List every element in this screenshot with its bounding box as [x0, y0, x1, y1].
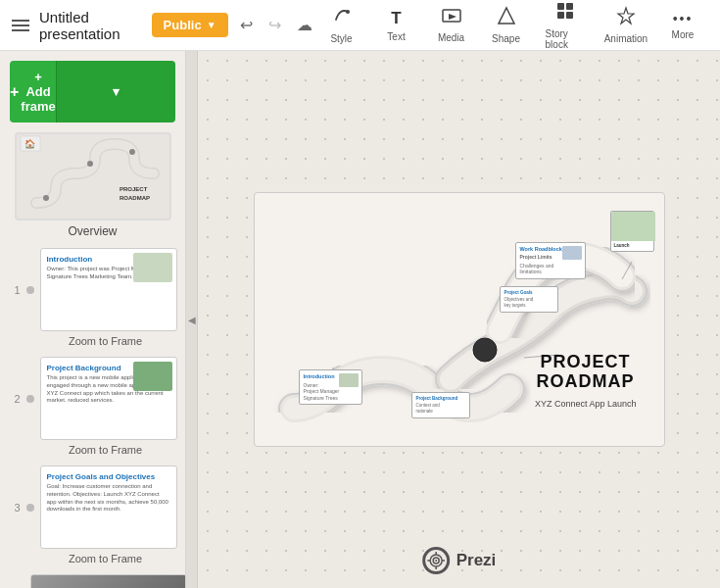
svg-text:ROADMAP: ROADMAP — [120, 195, 150, 201]
storyblock-icon — [555, 1, 575, 25]
svg-point-8 — [43, 195, 49, 201]
slide-thumbnail-1[interactable]: Introduction Owner: This project was Pro… — [40, 248, 177, 331]
media-label: Media — [438, 32, 464, 43]
overview-label: Overview — [68, 224, 117, 238]
slide-body-3: Goal: Increase customer connection and r… — [47, 483, 170, 514]
more-label: More — [672, 29, 695, 40]
svg-point-0 — [346, 10, 350, 14]
slide-dot-3 — [26, 504, 34, 512]
svg-marker-2 — [449, 14, 456, 20]
style-icon — [332, 6, 352, 30]
svg-rect-5 — [566, 3, 573, 10]
slide-thumbnail-4[interactable] — [30, 574, 187, 588]
prezi-logo: Prezi — [422, 547, 497, 574]
add-frame-dropdown[interactable]: ▾ — [56, 61, 175, 122]
text-label: Text — [387, 31, 405, 42]
slide-number-1: 1 — [9, 284, 21, 296]
slide-image-2 — [133, 362, 172, 391]
dropdown-arrow-icon: ▾ — [113, 84, 120, 99]
svg-rect-6 — [557, 12, 564, 19]
public-button[interactable]: Public ▼ — [152, 13, 228, 37]
animation-label: Animation — [604, 33, 648, 44]
media-icon — [442, 7, 461, 29]
prezi-text: Prezi — [456, 551, 497, 570]
undo-button[interactable]: ↩ — [236, 12, 257, 38]
slide-thumbnail-3[interactable]: Project Goals and Objectives Goal: Incre… — [40, 466, 177, 549]
slide-item-2: 2 Project Background This project is a n… — [10, 357, 175, 456]
svg-point-10 — [129, 149, 135, 155]
svg-point-21 — [435, 560, 437, 562]
text-icon: T — [391, 9, 401, 28]
slide-item-1: 1 Introduction Owner: This project was P… — [10, 248, 175, 347]
slide-title-3: Project Goals and Objectives — [47, 472, 170, 481]
svg-text:🏠: 🏠 — [24, 138, 36, 150]
slide-number-2: 2 — [9, 393, 21, 405]
overview-item: PROJECT ROADMAP 🏠 Overview — [10, 132, 175, 238]
overview-thumbnail[interactable]: PROJECT ROADMAP 🏠 — [15, 132, 171, 220]
svg-text:PROJECT: PROJECT — [120, 186, 148, 192]
svg-rect-7 — [566, 12, 573, 19]
mini-card-launch[interactable]: Launch — [610, 211, 654, 252]
tool-style[interactable]: Style — [316, 0, 367, 50]
tool-animation[interactable]: Animation — [599, 0, 653, 50]
add-frame-button[interactable]: + + Add frame — [10, 61, 56, 122]
tool-text[interactable]: T Text — [371, 3, 422, 48]
shape-icon — [497, 6, 516, 30]
redo-button[interactable]: ↪ — [264, 12, 285, 38]
slide-thumbnail-2[interactable]: Project Background This project is a new… — [40, 357, 177, 440]
tool-shape[interactable]: Shape — [481, 0, 532, 50]
svg-rect-4 — [557, 3, 564, 10]
mini-card-goals[interactable]: Project Goals Objectives andkey targets — [500, 286, 558, 313]
svg-point-15 — [473, 338, 497, 362]
sidebar-collapse-handle[interactable]: ◀ — [186, 51, 198, 588]
tool-more[interactable]: ••• More — [657, 5, 708, 46]
mini-card-background[interactable]: Project Background Context andrationale — [411, 392, 470, 418]
hamburger-menu[interactable] — [12, 20, 29, 31]
zoom-label-3[interactable]: Zoom to Frame — [69, 553, 142, 564]
svg-marker-3 — [499, 8, 514, 24]
animation-icon — [616, 6, 636, 30]
mini-card-roadblocks[interactable]: Work Roadblocks Project Limits Challenge… — [515, 242, 586, 279]
tool-storyblock[interactable]: Story block — [536, 0, 595, 56]
presentation-frame: Introduction Owner:Project ManagerSignat… — [254, 192, 665, 447]
tool-media[interactable]: Media — [426, 1, 477, 49]
svg-point-9 — [87, 161, 93, 167]
mini-card-introduction[interactable]: Introduction Owner:Project ManagerSignat… — [299, 369, 362, 405]
canvas-area[interactable]: Introduction Owner:Project ManagerSignat… — [198, 51, 720, 588]
zoom-label-2[interactable]: Zoom to Frame — [69, 444, 142, 456]
roadmap-title: PROJECT ROADMAP — [537, 352, 635, 392]
slide-item-4: 4 — [10, 574, 175, 588]
more-icon: ••• — [673, 11, 694, 26]
collapse-arrow-icon: ◀ — [188, 315, 196, 325]
slide-item-3: 3 Project Goals and Objectives Goal: Inc… — [10, 466, 175, 564]
prezi-wheel-icon — [422, 547, 450, 574]
zoom-label-1[interactable]: Zoom to Frame — [69, 335, 142, 347]
slide-image-1 — [133, 253, 172, 282]
slide-dot-2 — [26, 395, 34, 403]
storyblock-label: Story block — [546, 28, 585, 50]
shape-label: Shape — [492, 33, 520, 44]
plus-icon: + — [10, 83, 19, 101]
cloud-save-button[interactable]: ☁ — [293, 12, 316, 38]
slide-number-3: 3 — [9, 502, 21, 514]
roadmap-subtitle: XYZ Connect App Launch — [535, 399, 637, 409]
slide-dot-1 — [26, 286, 34, 294]
presentation-title: Untitled presentation — [39, 9, 152, 42]
style-label: Style — [330, 33, 352, 44]
